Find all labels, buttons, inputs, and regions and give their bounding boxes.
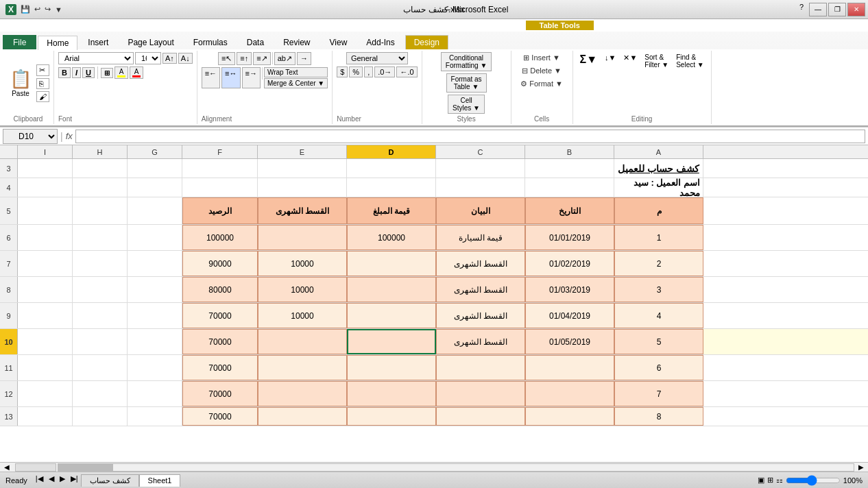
merge-center-btn[interactable]: Merge & Center ▼ [264,78,328,88]
cell-G12[interactable] [128,381,182,406]
cell-B4[interactable] [525,178,614,197]
orientation-btn[interactable]: ab↗ [274,52,296,65]
cell-B11[interactable] [525,355,614,380]
cell-I12[interactable] [18,381,73,406]
align-left-btn[interactable]: ≡← [202,67,220,88]
clear-btn[interactable]: ✕▼ [620,52,640,64]
cell-B6[interactable]: 01/01/2019 [525,225,614,250]
name-box[interactable]: D10 [3,129,58,144]
cell-C8[interactable]: القسط الشهرى [436,277,525,302]
fill-color-btn[interactable]: A [114,66,128,79]
col-header-B[interactable]: B [525,145,614,158]
align-right-btn[interactable]: ≡→ [242,67,261,88]
sort-filter-btn[interactable]: Sort &Filter ▼ [642,52,671,70]
sheet-tab-kashf[interactable]: كشف حساب [81,474,139,487]
find-select-btn[interactable]: Find &Select ▼ [673,52,706,70]
cell-C13[interactable] [436,407,525,426]
font-size-increase-btn[interactable]: A↑ [162,53,177,64]
close-btn[interactable]: ✕ [847,3,865,16]
cell-C3[interactable] [436,159,525,178]
cell-H13[interactable] [73,407,128,426]
border-btn[interactable]: ⊞ [101,68,113,78]
accounting-btn[interactable]: $ [337,66,348,77]
cell-F13[interactable]: 70000 [182,407,258,426]
sheet-nav-last[interactable]: ▶| [68,474,81,487]
cell-A7[interactable]: 2 [614,251,703,276]
cell-D4[interactable] [347,178,436,197]
cell-I6[interactable] [18,225,73,250]
cell-B9[interactable]: 01/04/2019 [525,303,614,328]
copy-btn[interactable]: ⎘ [36,78,49,89]
cell-H11[interactable] [73,355,128,380]
cell-D5-header[interactable]: قيمة المبلغ [347,197,436,224]
cell-H10[interactable] [73,329,128,354]
cell-G3[interactable] [128,159,182,178]
cell-A8[interactable]: 3 [614,277,703,302]
sheet-tab-sheet1[interactable]: Sheet1 [139,474,181,487]
cell-D6[interactable]: 100000 [347,225,436,250]
cell-C4[interactable] [436,178,525,197]
cell-E9[interactable]: 10000 [258,303,347,328]
cell-F7[interactable]: 90000 [182,251,258,276]
bold-btn[interactable]: B [58,67,71,78]
cell-H12[interactable] [73,381,128,406]
scroll-right-btn[interactable]: ▶ [854,463,868,471]
cell-B10[interactable]: 01/05/2019 [525,329,614,354]
cell-D8[interactable] [347,277,436,302]
cell-E5-header[interactable]: القسط الشهرى [258,197,347,224]
align-center-btn[interactable]: ≡↔ [221,67,240,88]
cell-H6[interactable] [73,225,128,250]
cell-G10[interactable] [128,329,182,354]
tab-file[interactable]: File [3,35,36,49]
italic-btn[interactable]: I [72,67,81,78]
customize-quick-btn[interactable]: ▼ [53,5,64,14]
delete-cells-btn[interactable]: ⊟ Delete ▼ [519,65,564,77]
cell-G6[interactable] [128,225,182,250]
restore-btn[interactable]: ❐ [828,3,846,16]
tab-addins[interactable]: Add-Ins [357,35,403,49]
col-header-H[interactable]: H [73,145,128,158]
cell-B7[interactable]: 01/02/2019 [525,251,614,276]
tab-review[interactable]: Review [274,35,319,49]
cell-C9[interactable]: القسط الشهرى [436,303,525,328]
cell-F9[interactable]: 70000 [182,303,258,328]
wrap-text-btn[interactable]: Wrap Text [264,67,328,77]
number-format-select[interactable]: General [346,52,408,64]
cell-E4[interactable] [258,178,347,197]
cell-H5[interactable] [73,197,128,224]
align-top-left-btn[interactable]: ≡↖ [218,52,235,65]
insert-cells-btn[interactable]: ⊞ Insert ▼ [520,52,563,64]
cell-G8[interactable] [128,277,182,302]
paste-button[interactable]: 📋 Paste [7,66,34,100]
cell-H8[interactable] [73,277,128,302]
comma-btn[interactable]: , [364,66,373,77]
cell-A10[interactable]: 5 [614,329,703,354]
cell-E11[interactable] [258,355,347,380]
cell-F6[interactable]: 100000 [182,225,258,250]
cell-C7[interactable]: القسط الشهرى [436,251,525,276]
undo-quick-btn[interactable]: ↩ [33,5,42,14]
cell-F3[interactable] [182,159,258,178]
cut-btn[interactable]: ✂ [36,64,49,76]
cell-C6[interactable]: قيمة السيارة [436,225,525,250]
cell-G5[interactable] [128,197,182,224]
col-header-E[interactable]: E [258,145,347,158]
cell-E13[interactable] [258,407,347,426]
cell-H9[interactable] [73,303,128,328]
cell-F11[interactable]: 70000 [182,355,258,380]
cell-E7[interactable]: 10000 [258,251,347,276]
cell-A4-customer[interactable]: اسم العميل : سيد محمد [614,178,703,197]
col-header-D[interactable]: D [347,145,436,158]
cell-G13[interactable] [128,407,182,426]
cell-I8[interactable] [18,277,73,302]
cell-I5[interactable] [18,197,73,224]
cell-D7[interactable] [347,251,436,276]
cell-G7[interactable] [128,251,182,276]
cell-D9[interactable] [347,303,436,328]
cell-B12[interactable] [525,381,614,406]
sheet-nav-next[interactable]: ▶ [57,474,68,487]
cell-A12[interactable]: 7 [614,381,703,406]
cell-H4[interactable] [73,178,128,197]
cell-D10[interactable] [347,329,436,354]
view-break-icon[interactable]: ⚏ [776,476,783,485]
